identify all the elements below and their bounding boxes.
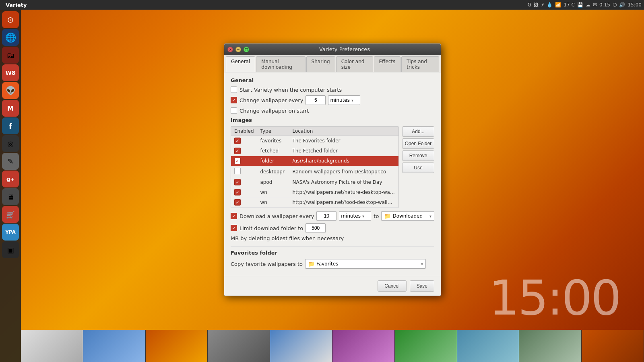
thumbnail[interactable]	[270, 330, 332, 362]
table-row[interactable]: ✓ folder /usr/share/backgrounds	[231, 156, 398, 166]
dock-item-ypa[interactable]: YPA	[2, 224, 19, 241]
row-enabled-cell	[231, 166, 257, 177]
images-table-body: ✓ favorites The Favorites folder ✓ fetch…	[231, 136, 398, 208]
dock-item-reddit[interactable]: 👽	[2, 82, 19, 99]
preferences-dialog: × − □ Variety Preferences General Manual…	[224, 43, 441, 296]
panel-wifi-icon: 📶	[555, 2, 561, 8]
minimize-button[interactable]: −	[235, 47, 241, 52]
row-checkbox[interactable]: ✓	[234, 138, 241, 144]
dock-item-software[interactable]: 🛒	[2, 206, 19, 223]
table-row[interactable]: ✓ wn http://wallpapers.net/nature-deskto…	[231, 187, 398, 197]
add-button[interactable]: Add...	[402, 126, 434, 137]
panel-right: G 🖼 ⚡ 💧 📶 17 C 💾 ☁ ✉ 0:15 ⬡ 🔊 15:00	[528, 2, 642, 8]
row-checkbox[interactable]: ✓	[234, 158, 241, 164]
dock-item-terminal[interactable]: ▣	[2, 241, 19, 258]
table-row[interactable]: ✓ apod NASA's Astronomy Picture of the D…	[231, 177, 398, 187]
change-wallpaper-checkbox[interactable]: ✓	[231, 97, 237, 103]
dock-item-gmail[interactable]: M	[2, 100, 19, 117]
favorites-section-title: Favorites folder	[231, 250, 434, 256]
table-row[interactable]: ✓ fetched The Fetched folder	[231, 146, 398, 156]
tab-sharing[interactable]: Sharing	[306, 56, 335, 72]
software-icon: 🛒	[6, 210, 15, 219]
images-section-title: Images	[231, 117, 434, 123]
close-button[interactable]: ×	[227, 47, 233, 52]
limit-value-input[interactable]	[305, 223, 326, 233]
images-table: Enabled Type Location ✓ favorites	[231, 127, 398, 208]
start-on-boot-row: Start Variety when the computer starts	[231, 86, 434, 93]
download-unit-dropdown[interactable]: minutes ▾	[339, 211, 371, 221]
row-checkbox[interactable]: ✓	[234, 199, 241, 206]
thumbnail[interactable]	[582, 330, 644, 362]
favorites-folder-dropdown[interactable]: 📁 Favorites ▾	[305, 259, 426, 269]
maximize-button[interactable]: □	[244, 47, 249, 52]
table-row[interactable]: desktoppr Random wallpapers from Desktop…	[231, 166, 398, 177]
row-location-cell: NASA's Astronomy Picture of the Day	[289, 177, 399, 187]
thumbnail[interactable]	[146, 330, 208, 362]
remove-button[interactable]: Remove	[402, 150, 434, 161]
tab-manual-downloading[interactable]: Manual downloading	[256, 56, 305, 72]
save-button[interactable]: Save	[410, 280, 434, 292]
row-type-cell: wn	[257, 187, 289, 197]
wallpaper-interval-input[interactable]	[305, 95, 326, 105]
dock-item-gplus[interactable]: g+	[2, 171, 19, 187]
thumbnail[interactable]	[332, 330, 395, 362]
tabs-bar: General Manual downloading Sharing Color…	[224, 55, 441, 72]
table-header-row: Enabled Type Location	[231, 127, 398, 136]
download-unit-value: minutes	[341, 213, 361, 219]
lastfm-icon: ◎	[7, 140, 14, 148]
row-enabled-cell: ✓	[231, 136, 257, 146]
change-wallpaper-label: Change wallpaper every	[239, 97, 303, 103]
dock-item-editor[interactable]: ✎	[2, 153, 19, 170]
download-checkbox[interactable]: ✓	[231, 213, 237, 219]
header-type: Type	[257, 127, 289, 136]
row-type-cell: folder	[257, 156, 289, 166]
wallpaper-unit-dropdown[interactable]: minutes ▾	[328, 95, 360, 105]
row-location-cell: Random wallpapers from Desktoppr.co	[289, 166, 399, 177]
dock-item-w8[interactable]: W8	[2, 64, 19, 81]
dock-item-lastfm[interactable]: ◎	[2, 135, 19, 152]
row-type-cell: apod	[257, 177, 289, 187]
tab-effects[interactable]: Effects	[374, 56, 401, 72]
dock-item-display[interactable]: 🖥	[2, 188, 19, 205]
table-row[interactable]: ✓ wn http://wallpapers.net/food-desktop-…	[231, 197, 398, 208]
open-folder-button[interactable]: Open Folder	[402, 138, 434, 149]
tab-color-and-size[interactable]: Color and size	[336, 56, 373, 72]
thumbnail[interactable]	[208, 330, 270, 362]
dock-item-variety[interactable]: ⊙	[2, 11, 19, 28]
dock-item-browser[interactable]: 🌐	[2, 29, 19, 46]
download-interval-input[interactable]	[316, 211, 336, 221]
row-checkbox[interactable]: ✓	[234, 179, 241, 185]
favorites-row: Copy favorite wallpapers to 📁 Favorites …	[231, 259, 434, 269]
thumbnail[interactable]	[395, 330, 457, 362]
tab-general[interactable]: General	[226, 56, 255, 72]
favorites-folder-arrow: ▾	[421, 262, 423, 266]
table-row[interactable]: ✓ favorites The Favorites folder	[231, 136, 398, 146]
limit-label: Limit download folder to	[239, 225, 303, 231]
dock-item-files[interactable]: 🗂	[2, 47, 19, 64]
header-location: Location	[289, 127, 399, 136]
row-checkbox[interactable]	[234, 168, 241, 174]
cancel-button[interactable]: Cancel	[378, 280, 406, 292]
thumbnail[interactable]	[519, 330, 582, 362]
row-checkbox[interactable]: ✓	[234, 148, 241, 154]
row-checkbox[interactable]: ✓	[234, 189, 241, 195]
application-dock: ⊙ 🌐 🗂 W8 👽 M f ◎ ✎ g+ 🖥 🛒 YPA ▣	[0, 10, 21, 362]
download-to-label: to	[374, 213, 379, 219]
use-button[interactable]: Use	[402, 162, 434, 173]
thumbnail[interactable]	[457, 330, 520, 362]
facebook-icon: f	[9, 122, 12, 130]
tab-tips-and-tricks[interactable]: Tips and tricks	[401, 56, 439, 72]
limit-checkbox[interactable]: ✓	[231, 225, 237, 231]
panel-clock: 15:00	[627, 2, 642, 8]
dock-item-facebook[interactable]: f	[2, 117, 19, 134]
gmail-icon: M	[7, 105, 14, 112]
change-on-start-checkbox[interactable]	[231, 107, 237, 114]
row-type-cell: wn	[257, 197, 289, 208]
thumbnail[interactable]	[83, 330, 146, 362]
thumbnail[interactable]	[21, 330, 83, 362]
start-on-boot-checkbox[interactable]	[231, 86, 237, 93]
row-enabled-cell: ✓	[231, 177, 257, 187]
download-folder-dropdown[interactable]: 📁 Downloaded ▾	[381, 211, 434, 221]
row-location-cell: http://wallpapers.net/food-desktop-wallp…	[289, 197, 399, 208]
panel-droplet-icon: 💧	[547, 2, 553, 8]
